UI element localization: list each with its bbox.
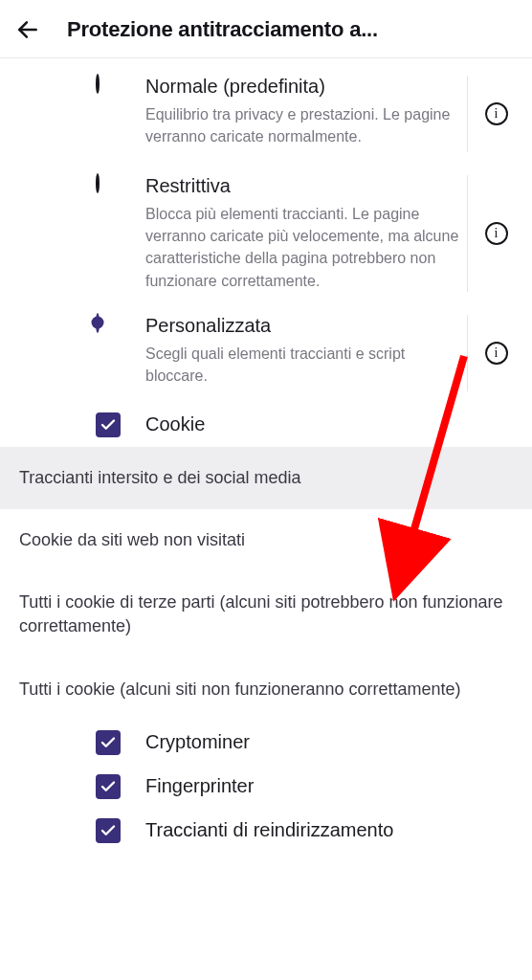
checkbox-fingerprinter[interactable] bbox=[96, 774, 121, 799]
check-label: Cryptominer bbox=[145, 731, 517, 753]
check-label: Traccianti di reindirizzamento bbox=[145, 819, 517, 841]
check-row-cryptominer[interactable]: Cryptominer bbox=[0, 721, 532, 765]
check-row-redirect-trackers[interactable]: Traccianti di reindirizzamento bbox=[0, 809, 532, 853]
option-title: Normale (predefinita) bbox=[145, 76, 467, 98]
page-title: Protezione antitracciamento a... bbox=[67, 17, 378, 42]
cookie-option-thirdparty[interactable]: Tutti i cookie di terze parti (alcuni si… bbox=[0, 571, 532, 657]
option-desc: Equilibrio tra privacy e prestazioni. Le… bbox=[145, 103, 467, 147]
option-title: Restrittiva bbox=[145, 175, 467, 197]
info-icon[interactable]: i bbox=[485, 222, 508, 245]
cookie-options-menu: Traccianti intersito e dei social media … bbox=[0, 447, 532, 721]
radio-custom[interactable] bbox=[96, 313, 100, 333]
checkbox-cryptominer[interactable] bbox=[96, 730, 121, 755]
protection-option-normal[interactable]: Normale (predefinita) Equilibrio tra pri… bbox=[0, 64, 532, 164]
check-label: Fingerprinter bbox=[145, 775, 517, 797]
radio-strict[interactable] bbox=[96, 173, 100, 193]
cookie-option-crosssite[interactable]: Traccianti intersito e dei social media bbox=[0, 447, 532, 509]
header: Protezione antitracciamento a... bbox=[0, 0, 532, 58]
option-title: Personalizzata bbox=[145, 315, 467, 337]
check-row-fingerprinter[interactable]: Fingerprinter bbox=[0, 765, 532, 809]
cookie-option-all[interactable]: Tutti i cookie (alcuni siti non funzione… bbox=[0, 658, 532, 721]
option-desc: Scegli quali elementi traccianti e scrip… bbox=[145, 343, 467, 387]
info-icon[interactable]: i bbox=[485, 342, 508, 365]
back-icon[interactable] bbox=[15, 17, 40, 42]
cookie-option-unvisited[interactable]: Cookie da siti web non visitati bbox=[0, 509, 532, 571]
check-row-cookie[interactable]: Cookie bbox=[0, 403, 532, 447]
protection-option-custom[interactable]: Personalizzata Scegli quali elementi tra… bbox=[0, 303, 532, 403]
protection-option-strict[interactable]: Restrittiva Blocca più elementi traccian… bbox=[0, 164, 532, 303]
radio-normal[interactable] bbox=[96, 74, 100, 94]
checkbox-redirect-trackers[interactable] bbox=[96, 818, 121, 843]
option-desc: Blocca più elementi traccianti. Le pagin… bbox=[145, 203, 467, 292]
check-label: Cookie bbox=[145, 413, 517, 435]
info-icon[interactable]: i bbox=[485, 102, 508, 125]
checkbox-cookie[interactable] bbox=[96, 412, 121, 437]
